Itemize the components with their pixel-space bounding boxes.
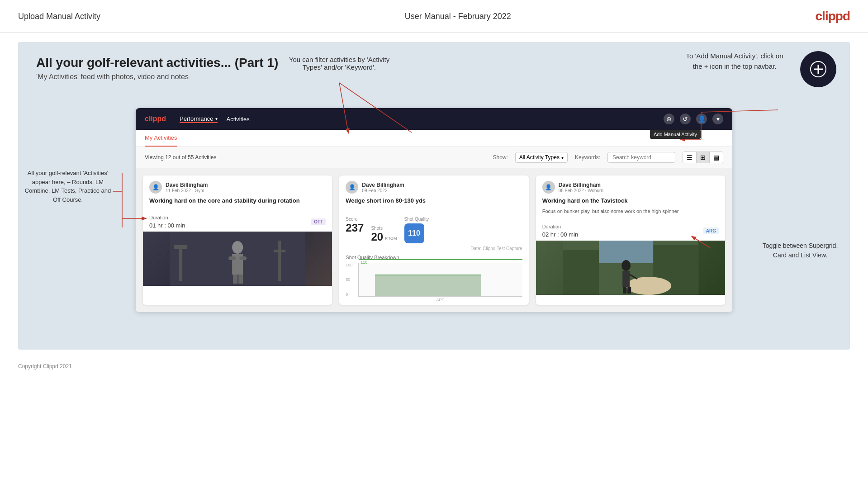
card-3-avatar: 👤 xyxy=(542,181,555,194)
score-label: Score xyxy=(346,217,364,222)
toggle-annotation: Toggle between Supergrid, Card and List … xyxy=(755,241,845,260)
filter-annotation: You can filter activities by 'Activity T… xyxy=(280,56,398,71)
activity-card-3: 👤 Dave Billingham 08 Feb 2022 · Woburn W… xyxy=(536,175,725,305)
shots-label: Shots xyxy=(371,226,383,231)
card-3-user-info: Dave Billingham 08 Feb 2022 · Woburn xyxy=(559,182,603,193)
keywords-label: Keywords: xyxy=(575,154,600,161)
shot-quality-badge: 110 xyxy=(404,223,424,243)
chart-110-line: 110 xyxy=(359,259,522,265)
card-3-duration-block: Duration 02 hr : 00 min xyxy=(542,224,579,238)
nav-right: ⊕ ↺ 👤 ▾ xyxy=(664,114,723,124)
card-3-footer: Duration 02 hr : 00 min ARG xyxy=(536,221,725,241)
shots-from: FROM xyxy=(385,236,397,241)
card-1-duration-val: 01 hr : 00 min xyxy=(149,222,185,229)
card-2-stats: Score 237 Shots 20 FROM Shot Quality 110 xyxy=(339,212,528,246)
svg-rect-11 xyxy=(239,256,247,260)
card-3-username: Dave Billingham xyxy=(559,182,603,188)
svg-point-19 xyxy=(621,260,631,271)
data-label: Data: Clippd Test Capture xyxy=(339,246,528,251)
score-stat: Score 237 xyxy=(346,217,364,243)
card-2-title: Wedge short iron 80-130 yds xyxy=(346,197,522,205)
svg-rect-5 xyxy=(174,245,187,249)
grid-view-btn[interactable]: ⊞ xyxy=(697,152,710,163)
svg-point-18 xyxy=(626,277,671,295)
card-3-duration-label: Duration xyxy=(542,224,579,229)
manual-title: User Manual - February 2022 xyxy=(405,12,511,21)
add-manual-annotation: To 'Add Manual Activity', click on the +… xyxy=(683,51,787,71)
card-1-user: 👤 Dave Billingham 11 Feb 2022 · Gym xyxy=(149,181,326,194)
card-3-usermeta: 08 Feb 2022 · Woburn xyxy=(559,188,603,193)
main-area: All your golf-relevant activities... (Pa… xyxy=(18,42,850,350)
chart-x-label: APP xyxy=(358,298,522,302)
card-3-tag: ARG xyxy=(703,227,719,234)
cards-grid: 👤 Dave Billingham 11 Feb 2022 · Gym Work… xyxy=(136,168,732,312)
card-2-usermeta: 09 Feb 2022 xyxy=(362,188,404,193)
y-label-100: 100 xyxy=(346,263,352,267)
add-manual-tooltip: Add Manual Activity xyxy=(650,130,701,139)
filter-row: Viewing 12 out of 55 Activities Show: Al… xyxy=(136,147,732,168)
footer: Copyright Clippd 2021 xyxy=(0,359,868,374)
card-2-user-info: Dave Billingham 09 Feb 2022 xyxy=(362,182,404,193)
chart-area: 100 50 0 110 xyxy=(346,263,522,301)
svg-rect-20 xyxy=(622,271,630,287)
app-sub-nav: My Activities xyxy=(136,130,732,147)
svg-rect-6 xyxy=(278,241,281,281)
top-bar: Upload Manual Activity User Manual - Feb… xyxy=(0,0,868,33)
nav-user-icon[interactable]: 👤 xyxy=(696,114,707,124)
svg-rect-7 xyxy=(274,250,285,252)
card-2-avatar: 👤 xyxy=(346,181,358,194)
card-3-user: 👤 Dave Billingham 08 Feb 2022 · Woburn xyxy=(542,181,719,194)
svg-rect-15 xyxy=(563,250,599,295)
score-value: 237 xyxy=(346,222,364,234)
copyright-text: Copyright Clippd 2021 xyxy=(18,363,72,370)
nav-add-icon[interactable]: ⊕ xyxy=(664,114,674,124)
card-3-duration-val: 02 hr : 00 min xyxy=(542,231,579,238)
y-label-50: 50 xyxy=(346,277,352,282)
card-1-user-info: Dave Billingham 11 Feb 2022 · Gym xyxy=(166,182,208,193)
chart-background: 110 xyxy=(358,263,522,297)
nav-activities[interactable]: Activities xyxy=(227,116,250,123)
chart-section: Shot Quality Breakdown 100 50 0 110 xyxy=(339,251,528,305)
card-1-usermeta: 11 Feb 2022 · Gym xyxy=(166,188,208,193)
card-1-title: Working hard on the core and stability d… xyxy=(149,197,326,205)
svg-rect-10 xyxy=(228,256,236,260)
show-label: Show: xyxy=(493,154,508,161)
shot-quality-label: Shot Quality xyxy=(404,217,429,222)
chart-y-labels: 100 50 0 xyxy=(346,263,352,297)
svg-rect-4 xyxy=(179,245,182,281)
svg-rect-12 xyxy=(233,275,237,284)
shots-stat: Shots 20 FROM xyxy=(371,217,397,243)
app-screenshot: clippd Performance ▾ Activities ⊕ ↺ 👤 ▾ … xyxy=(136,108,732,312)
card-2-user: 👤 Dave Billingham 09 Feb 2022 xyxy=(346,181,522,194)
card-1-duration-label: Duration xyxy=(149,215,185,220)
app-navbar: clippd Performance ▾ Activities ⊕ ↺ 👤 ▾ … xyxy=(136,108,732,130)
card-1-footer: Duration 01 hr : 00 min OTT xyxy=(143,212,332,232)
sub-nav-my-activities[interactable]: My Activities xyxy=(145,130,177,147)
svg-rect-13 xyxy=(238,275,243,284)
nav-refresh-icon[interactable]: ↺ xyxy=(680,114,691,124)
nav-performance[interactable]: Performance ▾ xyxy=(180,115,217,123)
card-3-image xyxy=(536,241,725,295)
activity-card-1: 👤 Dave Billingham 11 Feb 2022 · Gym Work… xyxy=(143,175,332,305)
card-2-username: Dave Billingham xyxy=(362,182,404,188)
activity-card-2: 👤 Dave Billingham 09 Feb 2022 Wedge shor… xyxy=(339,175,528,305)
nav-dropdown-icon[interactable]: ▾ xyxy=(712,114,723,124)
view-toggle: ☰ ⊞ ▤ xyxy=(683,152,723,163)
shot-quality-stat: Shot Quality 110 xyxy=(404,217,429,243)
card-3-header: 👤 Dave Billingham 08 Feb 2022 · Woburn W… xyxy=(536,175,725,221)
svg-rect-23 xyxy=(627,287,631,294)
main-subheading: 'My Activities' feed with photos, video … xyxy=(36,73,832,81)
svg-rect-17 xyxy=(599,241,653,263)
card-3-description: Focus on bunker play, but also some work… xyxy=(542,208,719,214)
compact-view-btn[interactable]: ▤ xyxy=(710,152,723,163)
svg-point-8 xyxy=(232,241,243,254)
activity-type-select[interactable]: All Activity Types ▾ xyxy=(515,152,568,163)
app-logo: clippd xyxy=(145,115,166,123)
keyword-input[interactable] xyxy=(607,152,675,163)
card-1-tag: OTT xyxy=(311,218,326,225)
list-view-btn[interactable]: ☰ xyxy=(683,152,697,163)
filter-viewing-text: Viewing 12 out of 55 Activities xyxy=(145,154,217,161)
shots-value: 20 xyxy=(371,231,383,243)
chart-bar xyxy=(375,275,481,296)
activities-annotation: All your golf-relevant 'Activities' appe… xyxy=(23,169,113,204)
